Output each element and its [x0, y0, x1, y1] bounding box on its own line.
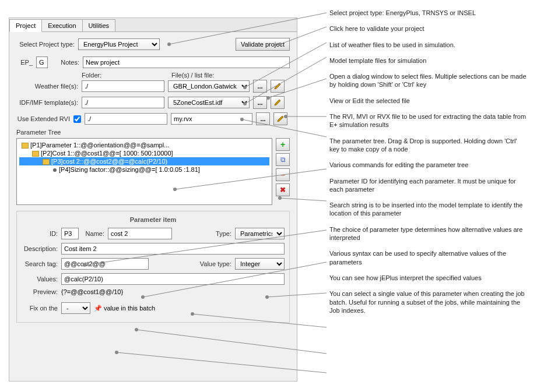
rvi-file-field[interactable] [171, 113, 252, 125]
weather-browse-button[interactable] [253, 80, 267, 93]
folder-icon [32, 151, 39, 157]
param-item-title: Parameter item [22, 216, 285, 223]
anno-search-tag: Search string is to be inserted into the… [329, 201, 528, 218]
label-ep: EP_ [16, 59, 33, 66]
weather-edit-button[interactable] [271, 80, 285, 93]
anno-param-id: Parameter ID for identifying each parame… [329, 177, 528, 194]
search-tag-field[interactable] [61, 258, 149, 270]
plus-icon: + [280, 140, 285, 149]
validate-button[interactable]: Validate project [236, 38, 290, 51]
dots-icon [257, 83, 262, 90]
idf-file-select[interactable]: 5ZoneCostEst.idf [168, 97, 250, 108]
label-preview: Preview: [22, 288, 58, 295]
anno-weather: List of weather files to be used in simu… [329, 41, 528, 49]
label-notes: Notes: [51, 59, 79, 66]
label-search-tag: Search tag: [22, 260, 58, 267]
name-field[interactable] [108, 228, 172, 239]
idf-edit-button[interactable] [271, 96, 285, 109]
label-type: Type: [216, 230, 231, 237]
rvi-browse-button[interactable] [256, 112, 270, 125]
pencil-icon [274, 99, 281, 106]
pencil-icon [277, 115, 284, 122]
tree-node-p2[interactable]: [P2]Cost 1::@@cost1@@=[ 1000: 500:10000] [19, 149, 269, 157]
label-value-batch: 📌value in this batch [94, 305, 155, 312]
rvi-folder-field[interactable] [85, 113, 167, 125]
parameter-tree[interactable]: [P1]Parameter 1::@@orientation@@=@sampl.… [16, 138, 272, 205]
values-field[interactable] [61, 273, 285, 285]
folder-icon [22, 143, 29, 149]
label-id: ID: [22, 230, 58, 237]
anno-preview: You can see how jEPlus interpret the spe… [329, 274, 528, 282]
idf-browse-button[interactable] [253, 96, 267, 109]
anno-value-type: The choice of parameter type determines … [329, 225, 528, 242]
tree-node-p3[interactable]: [P3]cost 2::@@cost2@@=@calc(P2/10) [19, 157, 269, 165]
weather-file-select[interactable]: GBR_London.Gatwick.03... [168, 80, 250, 92]
tree-remove-button[interactable]: − [276, 168, 290, 181]
label-rvi: Use Extended RVI [16, 115, 70, 122]
notes-field[interactable] [83, 56, 290, 68]
pencil-icon [274, 83, 281, 90]
minus-icon: − [280, 171, 285, 179]
label-idf: IDF/IMF template(s): [16, 99, 78, 106]
app-window: Project Execution Utilities Select Proje… [9, 17, 297, 382]
anno-edit: View or Edit the selected file [329, 97, 528, 105]
project-panel: Select Project type: EnergyPlus Project … [9, 32, 297, 329]
id-field[interactable] [61, 228, 79, 239]
label-desc: Description: [22, 245, 58, 252]
ep-field[interactable] [36, 56, 48, 68]
annotations-column: Select project type: EnergyPlus, TRNSYS … [329, 9, 528, 322]
label-fix-on: Fix on the [22, 305, 58, 312]
dots-icon [257, 99, 262, 106]
weather-folder-field[interactable] [82, 80, 164, 92]
anno-validate: Click here to validate your project [329, 24, 528, 33]
tree-delete-button[interactable]: ✖ [276, 183, 290, 196]
rvi-edit-button[interactable] [273, 112, 287, 125]
label-value-type: Value type: [200, 260, 231, 267]
tree-node-p1[interactable]: [P1]Parameter 1::@@orientation@@=@sampl.… [19, 141, 269, 149]
anno-rvi: The RVI, MVI or RVX file to be used for … [329, 112, 528, 129]
parameter-item-panel: Parameter item ID: Name: Type: Parametri… [16, 211, 290, 323]
anno-browse: Open a dialog window to select files. Mu… [329, 72, 528, 89]
delete-icon: ✖ [280, 186, 286, 194]
anno-values: Various syntax can be used to specify al… [329, 249, 528, 266]
label-weather: Weather file(s): [16, 83, 78, 90]
project-type-select[interactable]: EnergyPlus Project [78, 38, 160, 50]
anno-tree: The parameter tree. Drag & Drop is suppo… [329, 137, 528, 154]
tab-project[interactable]: Project [9, 19, 42, 32]
dots-icon [260, 115, 265, 122]
rvi-checkbox[interactable] [73, 115, 81, 123]
label-project-type: Select Project type: [16, 41, 75, 48]
value-type-select[interactable]: Integer [235, 258, 285, 270]
preview-text: {?=@@cost1@@/10} [61, 288, 123, 295]
anno-tree-cmds: Various commands for editing the paramet… [329, 161, 528, 169]
tab-bar: Project Execution Utilities [9, 18, 297, 32]
idf-folder-field[interactable] [82, 97, 164, 108]
label-folder: Folder: [82, 72, 168, 79]
copy-icon: ⧉ [280, 156, 286, 164]
label-filelist: File(s) / list file: [171, 72, 214, 79]
tab-utilities[interactable]: Utilities [82, 19, 115, 31]
tree-copy-button[interactable]: ⧉ [276, 153, 290, 166]
type-select[interactable]: Parametrics [235, 228, 285, 239]
anno-template: Model template files for simulation [329, 56, 528, 65]
tree-add-button[interactable]: + [276, 138, 290, 151]
tab-execution[interactable]: Execution [41, 19, 82, 31]
anno-fix: You can select a single value of this pa… [329, 289, 528, 315]
label-name: Name: [82, 230, 104, 237]
fix-select[interactable]: - [61, 302, 90, 314]
bullet-icon [53, 168, 57, 172]
param-tree-title: Parameter Tree [16, 129, 290, 136]
tree-node-p4[interactable]: [P4]Sizing factor::@@sizing@@=[ 1.0:0.05… [19, 165, 269, 174]
folder-icon [43, 159, 50, 165]
anno-project-type: Select project type: EnergyPlus, TRNSYS … [329, 9, 528, 17]
desc-field[interactable] [61, 243, 285, 255]
label-values: Values: [22, 276, 58, 282]
